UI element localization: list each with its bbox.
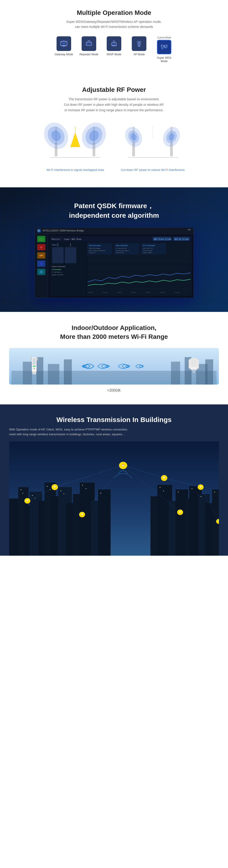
svg-text:WDS Up Screen: WDS Up Screen — [175, 238, 189, 240]
svg-rect-168 — [85, 488, 86, 489]
qsdk-wireless-icon — [39, 245, 43, 249]
svg-rect-73 — [65, 247, 76, 263]
qsdk-status-icon — [39, 237, 43, 241]
section4-title: Indoor/Outdoor Application,More than 200… — [9, 323, 219, 341]
ap-mode-icon-box — [132, 36, 146, 51]
svg-rect-160 — [22, 493, 23, 494]
svg-text:MAC: AA:BB:CC:DD:EE:FF: MAC: AA:BB:CC:DD:EE:FF — [89, 250, 106, 251]
svg-point-181 — [27, 499, 28, 501]
section-qsdk: Patent QSDK firmware，independent core al… — [0, 187, 228, 312]
repeater-mode-icon-box — [82, 36, 96, 51]
current-mode-label: Current Mode — [157, 36, 171, 39]
svg-rect-144 — [66, 503, 74, 556]
svg-point-127 — [34, 366, 35, 367]
mode-item-gateway: Gateway Mode — [53, 36, 74, 56]
qsdk-network-icon — [39, 253, 43, 258]
svg-rect-54 — [41, 255, 43, 256]
svg-rect-9 — [113, 44, 115, 44]
rf-diagram-left: Wi-Fi Interference in signal overlapped … — [43, 120, 107, 172]
wds-mode-icon-box — [157, 40, 172, 54]
qsdk-content-svg: Monitor - Super WDS Mode WDS Slave Scree… — [50, 236, 192, 296]
gateway-mode-label: Gateway Mode — [55, 53, 73, 56]
svg-rect-161 — [32, 495, 33, 496]
rf-left-label: Wi-Fi Interference in signal overlapped … — [46, 168, 104, 172]
svg-point-19 — [165, 48, 166, 49]
svg-rect-130 — [191, 359, 196, 367]
svg-rect-175 — [214, 492, 215, 492]
svg-text:Status: Status — [52, 244, 57, 246]
svg-rect-173 — [192, 488, 192, 489]
svg-text:Uptime: 12:34:56: Uptime: 12:34:56 — [52, 274, 63, 276]
svg-point-128 — [35, 366, 36, 367]
mode-item-repeater: Repeater Mode — [79, 36, 99, 56]
svg-rect-1 — [62, 42, 66, 44]
mode-item-ap: AP Mode — [129, 36, 149, 56]
svg-rect-122 — [31, 356, 32, 361]
svg-text:System Information: System Information — [52, 266, 66, 268]
svg-text:W: W — [38, 229, 40, 232]
svg-rect-125 — [32, 372, 36, 374]
svg-text:WDS Information: WDS Information — [89, 245, 101, 246]
repeater-icon — [85, 39, 93, 48]
svg-rect-169 — [100, 493, 101, 494]
section5-description: With Operation mode of AP, Client, WDS, … — [9, 427, 219, 437]
mode-item-wisp: WISP Mode — [104, 36, 124, 56]
device-left-svg — [27, 355, 41, 378]
svg-text:Channel: 6: Channel: 6 — [89, 252, 96, 253]
svg-point-6 — [89, 43, 91, 44]
qsdk-nav-system — [37, 260, 45, 267]
svg-rect-170 — [160, 487, 160, 488]
svg-point-5 — [87, 43, 88, 44]
svg-rect-16 — [165, 45, 167, 47]
svg-rect-166 — [63, 494, 64, 494]
section1-title: Multiple Operation Mode — [5, 9, 223, 17]
qsdk-titlebar: W INTELLIGENT 300M Wireless Bridge — [34, 227, 194, 234]
svg-point-52 — [41, 248, 42, 249]
svg-rect-53 — [40, 255, 41, 256]
svg-rect-49 — [39, 238, 43, 240]
svg-rect-15 — [161, 45, 164, 47]
svg-text:Security: WPA2: Security: WPA2 — [143, 250, 152, 251]
rf-diagram-left-svg — [43, 120, 107, 165]
section3-title: Patent QSDK firmware，independent core al… — [9, 201, 219, 220]
device-right — [187, 355, 201, 378]
svg-text:SSID: WiFi-2.4G: SSID: WiFi-2.4G — [143, 248, 153, 249]
qsdk-nav-network — [37, 252, 45, 259]
section-rf: Adjustable RF Power The transmission RF … — [0, 75, 228, 187]
rf-diagram-right-svg — [121, 120, 185, 165]
rf-diagrams: Wi-Fi Interference in signal overlapped … — [14, 120, 214, 172]
svg-text:Monitor - Super WDS Mode: Monitor - Super WDS Mode — [52, 238, 81, 240]
svg-rect-4 — [86, 42, 92, 45]
section5-title: Wireless Transmission In Buildings — [9, 416, 219, 424]
repeater-mode-label: Repeater Mode — [80, 53, 99, 56]
svg-text:WI-FI Information: WI-FI Information — [143, 245, 155, 246]
svg-point-3 — [63, 46, 64, 47]
wds-icon — [160, 43, 168, 51]
svg-text:14:06:00: 14:06:00 — [131, 292, 136, 293]
svg-rect-163 — [47, 486, 48, 487]
svg-rect-162 — [35, 498, 36, 499]
section2-title: Adjustable RF Power — [14, 86, 214, 93]
svg-text:IP: 192.168.0.100: IP: 192.168.0.100 — [116, 248, 127, 249]
svg-rect-172 — [178, 492, 179, 492]
qsdk-sidebar — [34, 234, 48, 298]
qsdk-screen: W INTELLIGENT 300M Wireless Bridge — [34, 227, 194, 298]
qsdk-body: Monitor - Super WDS Mode WDS Slave Scree… — [34, 234, 194, 298]
rf-right-label: Cut down RF power to reduce Wi-Fi Interf… — [121, 168, 185, 172]
svg-rect-133 — [189, 360, 190, 369]
wds-mode-label: Super WDS Mode — [154, 56, 175, 63]
device-right-svg — [187, 355, 201, 378]
qsdk-nav-status — [37, 236, 45, 242]
svg-point-121 — [34, 368, 35, 369]
svg-rect-123 — [37, 356, 38, 361]
svg-point-187 — [81, 513, 83, 515]
range-distance: >2000米 — [9, 388, 219, 393]
section2-description: The transmission RF power is adjustable … — [55, 97, 173, 113]
city-scene-svg — [9, 441, 219, 556]
qsdk-app-icon: W — [37, 229, 41, 232]
svg-text:DNS: 8.8.8.8: DNS: 8.8.8.8 — [116, 252, 124, 253]
svg-rect-167 — [82, 485, 83, 486]
section-operation: Multiple Operation Mode Super WDS/Gatewa… — [0, 0, 228, 75]
svg-text:14:12:00: 14:12:00 — [174, 292, 180, 293]
ap-icon — [135, 39, 143, 48]
